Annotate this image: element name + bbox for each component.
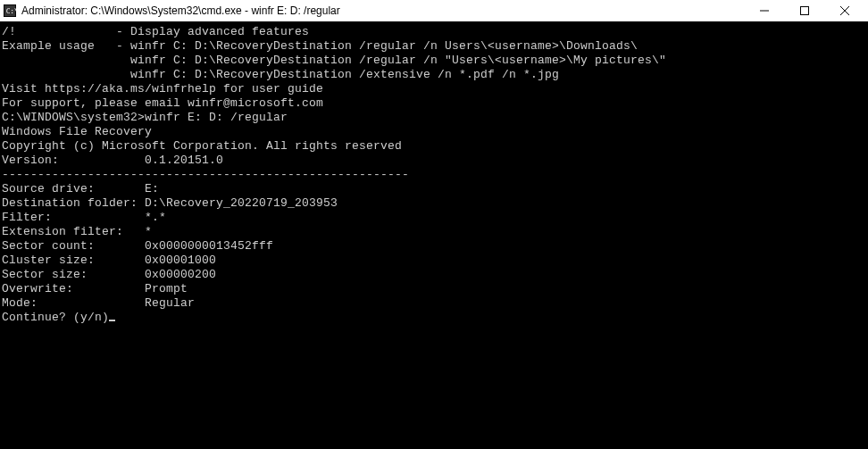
window-title: Administrator: C:\Windows\System32\cmd.e… [21, 4, 744, 17]
minimize-button[interactable] [744, 0, 784, 21]
cmd-icon: C:\ [4, 4, 16, 17]
terminal-line: Visit https://aka.ms/winfrhelp for user … [2, 82, 866, 96]
terminal-line: Destination folder: D:\Recovery_20220719… [2, 196, 866, 211]
terminal-line: Filter: *.* [2, 211, 866, 225]
terminal-output[interactable]: /! - Display advanced featuresExample us… [0, 21, 868, 328]
terminal-prompt: Continue? (y/n) [2, 311, 109, 324]
terminal-line: Sector count: 0x0000000013452fff [2, 239, 866, 254]
terminal-line: C:\WINDOWS\system32>winfr E: D: /regular [2, 111, 866, 125]
terminal-line: Overwrite: Prompt [2, 282, 866, 296]
window-controls [744, 0, 864, 21]
terminal-line: Extension filter: * [2, 225, 866, 239]
terminal-line: Copyright (c) Microsoft Corporation. All… [2, 139, 866, 154]
terminal-line: Version: 0.1.20151.0 [2, 154, 866, 168]
terminal-line: ----------------------------------------… [2, 168, 866, 182]
terminal-line: winfr C: D:\RecoveryDestination /extensi… [2, 68, 866, 82]
close-button[interactable] [824, 0, 864, 21]
terminal-line: Sector size: 0x00000200 [2, 268, 866, 282]
terminal-line: Mode: Regular [2, 296, 866, 311]
maximize-button[interactable] [784, 0, 824, 21]
terminal-line: For support, please email winfr@microsof… [2, 96, 866, 111]
svg-rect-4 [800, 7, 808, 15]
terminal-line: Source drive: E: [2, 182, 866, 196]
terminal-line: Windows File Recovery [2, 125, 866, 139]
window-titlebar: C:\ Administrator: C:\Windows\System32\c… [0, 0, 868, 21]
terminal-line: Cluster size: 0x00001000 [2, 254, 866, 268]
terminal-line: Example usage - winfr C: D:\RecoveryDest… [2, 39, 866, 54]
svg-text:C:\: C:\ [6, 7, 16, 15]
terminal-line: /! - Display advanced features [2, 25, 866, 39]
terminal-line: winfr C: D:\RecoveryDestination /regular… [2, 54, 866, 68]
cursor [109, 320, 115, 321]
